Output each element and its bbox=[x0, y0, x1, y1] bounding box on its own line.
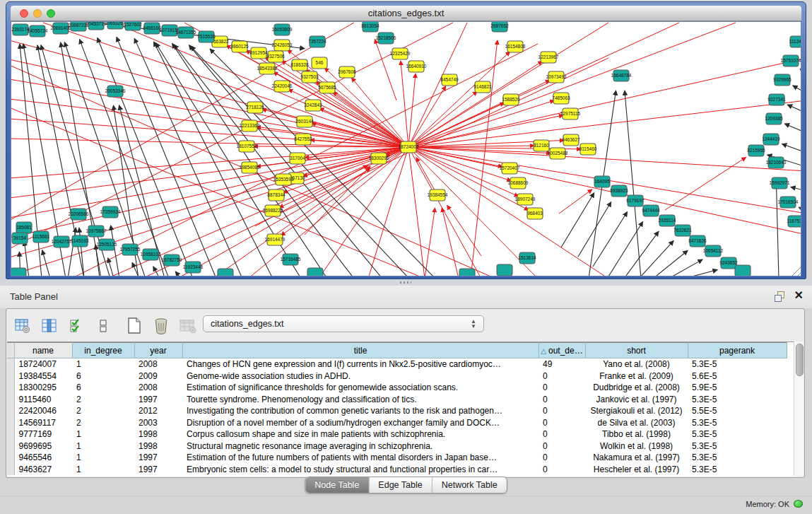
network-node[interactable]: 10653267 bbox=[105, 22, 126, 29]
network-node[interactable]: 10654112 bbox=[703, 245, 724, 257]
network-node[interactable]: 8471626 bbox=[688, 235, 707, 247]
network-node[interactable]: 8878344 bbox=[267, 189, 286, 201]
network-edge[interactable] bbox=[11, 79, 408, 147]
cell-title[interactable]: Investigating the contribution of common… bbox=[182, 405, 539, 417]
cell-title[interactable]: Changes of HCN gene expression and I(f) … bbox=[182, 358, 539, 370]
network-node[interactable]: 12213363 bbox=[240, 120, 260, 132]
cell-title[interactable]: Embryonic stem cells: a model to study s… bbox=[182, 464, 539, 476]
network-node[interactable]: 1513614 bbox=[518, 252, 536, 264]
new-table-button[interactable] bbox=[125, 317, 143, 335]
cell-in_degree[interactable]: 6 bbox=[72, 370, 134, 382]
network-node[interactable] bbox=[735, 265, 751, 276]
network-node[interactable]: 6179197 bbox=[626, 195, 645, 206]
network-node[interactable]: 22420046 bbox=[272, 81, 293, 92]
splitter-grip-icon[interactable] bbox=[400, 281, 411, 284]
network-window-frame[interactable]: citations_edges.txt 18724007766382298601… bbox=[6, 1, 806, 279]
network-edge[interactable] bbox=[608, 221, 643, 276]
cell-out_degree[interactable]: 0 bbox=[539, 428, 585, 440]
network-edge[interactable] bbox=[11, 107, 425, 276]
network-edge[interactable] bbox=[408, 58, 801, 147]
cell-year[interactable]: 1997 bbox=[134, 452, 182, 464]
network-node[interactable]: 164095 bbox=[594, 176, 610, 187]
network-node[interactable] bbox=[11, 268, 26, 276]
network-node[interactable]: 8186328 bbox=[290, 59, 309, 71]
network-node[interactable]: 20206586 bbox=[69, 209, 89, 220]
network-node[interactable]: 14055724 bbox=[28, 25, 48, 37]
cell-short[interactable]: Dudbridge et al. (2008) bbox=[585, 382, 688, 394]
network-edge[interactable] bbox=[68, 228, 76, 276]
network-edge[interactable] bbox=[578, 202, 611, 257]
cell-out_degree[interactable]: 0 bbox=[539, 394, 585, 406]
column-header-short[interactable]: short bbox=[585, 343, 688, 358]
cell-year[interactable]: 2008 bbox=[134, 382, 182, 394]
network-node[interactable]: 7357224 bbox=[308, 36, 326, 47]
network-node[interactable]: 7485063 bbox=[552, 93, 570, 104]
network-node[interactable]: 18907249 bbox=[515, 194, 536, 205]
network-node[interactable]: 8454749 bbox=[440, 74, 459, 86]
cell-title[interactable]: Corpus callosum shape and size in male p… bbox=[182, 428, 539, 440]
cell-short[interactable]: Nakamura et al. (1997) bbox=[585, 452, 688, 464]
network-node[interactable]: 10688609 bbox=[508, 177, 529, 189]
network-node[interactable]: 18724007 bbox=[399, 141, 419, 153]
cell-out_degree[interactable]: 0 bbox=[539, 452, 585, 464]
cell-out_degree[interactable]: 0 bbox=[539, 370, 585, 382]
network-node[interactable]: 39154 bbox=[12, 233, 28, 244]
tab-edge-table[interactable]: Edge Table bbox=[368, 477, 431, 493]
table-header-row[interactable]: namein_degreeyeartitle△out_de…shortpager… bbox=[7, 343, 787, 358]
column-header-out_degree[interactable]: △out_de… bbox=[539, 343, 585, 358]
network-node[interactable]: 12042757 bbox=[52, 236, 72, 247]
attribute-table[interactable]: namein_degreeyeartitle△out_de…shortpager… bbox=[7, 342, 787, 475]
network-node[interactable]: 1588520 bbox=[502, 94, 520, 105]
table-selector-dropdown[interactable]: citations_edges.txt ▲ ▼ bbox=[203, 315, 484, 332]
cell-pagerank[interactable]: 5.3E-5 bbox=[688, 452, 787, 464]
network-node[interactable]: 16648784 bbox=[611, 70, 632, 81]
table-row[interactable]: 977716911998Corpus callosum shape and si… bbox=[7, 428, 787, 440]
cell-name[interactable]: 14569117 bbox=[14, 417, 72, 429]
cell-out_degree[interactable]: 0 bbox=[539, 464, 585, 476]
network-node[interactable]: 16914479 bbox=[265, 234, 286, 245]
network-edge[interactable] bbox=[561, 193, 594, 247]
network-node[interactable]: 16154808 bbox=[505, 41, 526, 52]
table-row[interactable]: 946362711997Embryonic stem cells: a mode… bbox=[7, 464, 787, 476]
cell-year[interactable]: 2008 bbox=[134, 358, 182, 370]
network-node[interactable]: 1145193 bbox=[71, 235, 89, 247]
table-row[interactable]: 911546021997Tourette syndrome. Phenomeno… bbox=[7, 394, 787, 406]
network-node[interactable]: 7632621 bbox=[673, 225, 692, 236]
cell-name[interactable]: 9463627 bbox=[14, 464, 72, 476]
network-node[interactable]: 7515526 bbox=[197, 31, 216, 42]
network-node[interactable]: 10025488 bbox=[548, 148, 568, 159]
close-panel-icon[interactable]: ✕ bbox=[794, 288, 804, 302]
cell-in_degree[interactable]: 6 bbox=[72, 382, 134, 394]
network-node[interactable]: 8215955 bbox=[747, 145, 765, 156]
network-node[interactable]: 20053346 bbox=[105, 86, 126, 97]
network-node[interactable]: 16988222 bbox=[263, 205, 283, 216]
network-edge[interactable] bbox=[401, 61, 408, 147]
network-node[interactable] bbox=[307, 268, 323, 276]
cell-year[interactable]: 2012 bbox=[134, 405, 182, 417]
network-node[interactable]: 9329965 bbox=[773, 74, 792, 86]
network-node[interactable]: 18210643 bbox=[766, 157, 787, 168]
network-edge[interactable] bbox=[264, 57, 408, 147]
table-row[interactable]: 2242004622012Investigating the contribut… bbox=[7, 405, 787, 417]
table-row[interactable]: 946554611997Estimation of the future num… bbox=[7, 452, 787, 464]
cell-year[interactable]: 1997 bbox=[134, 464, 182, 476]
network-edge[interactable] bbox=[175, 271, 181, 276]
cell-short[interactable]: Tibbo et al. (1998) bbox=[585, 428, 688, 440]
cell-name[interactable]: 9465546 bbox=[14, 452, 72, 464]
network-node[interactable]: 8427552 bbox=[294, 134, 312, 145]
network-edge[interactable] bbox=[142, 58, 608, 276]
cell-short[interactable]: Yano et al. (2008) bbox=[585, 358, 688, 370]
table-row[interactable]: 1938455462009Genome-wide association stu… bbox=[7, 370, 787, 382]
cell-in_degree[interactable]: 1 bbox=[72, 452, 134, 464]
network-node[interactable]: 16053809 bbox=[272, 24, 293, 35]
network-node[interactable]: 15992971 bbox=[770, 177, 790, 189]
cell-in_degree[interactable]: 1 bbox=[72, 440, 134, 452]
table-row[interactable]: 1456911722003Disruption of a novel membe… bbox=[7, 417, 787, 429]
network-edge[interactable] bbox=[442, 208, 459, 276]
cell-pagerank[interactable]: 5.3E-5 bbox=[688, 394, 787, 406]
cell-title[interactable]: Genome-wide association studies in ADHD. bbox=[182, 370, 539, 382]
network-node[interactable]: 9327506 bbox=[266, 51, 285, 62]
network-node[interactable]: 15218506 bbox=[376, 33, 396, 44]
cell-in_degree[interactable]: 2 bbox=[72, 394, 134, 406]
tab-node-table[interactable]: Node Table bbox=[305, 477, 368, 493]
